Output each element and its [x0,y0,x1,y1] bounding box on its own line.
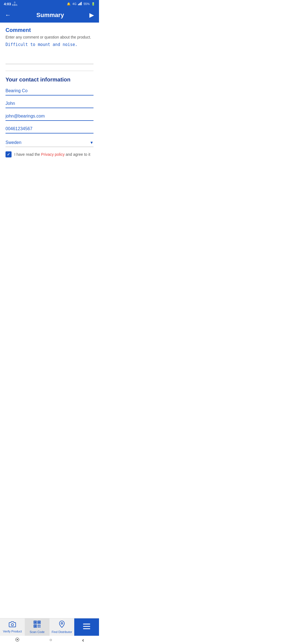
contact-title: Your contact information [6,77,94,83]
phone-input[interactable] [6,126,94,132]
status-time: 4:03 [4,2,11,6]
phone-field-group [6,126,94,133]
privacy-text-part2: and agree to it [65,152,90,157]
svg-rect-3 [81,2,82,5]
name-field-group [6,100,94,108]
svg-rect-2 [80,3,81,6]
company-input[interactable] [6,88,94,94]
checkmark-icon: ✓ [7,152,10,157]
battery-icon: 🔋 [91,2,95,6]
battery-status: 55% [84,2,90,6]
privacy-row: ✓ I have read the Privacy policy and agr… [6,151,94,157]
signal-icon [78,2,82,6]
comment-title: Comment [6,27,94,33]
comment-description: Enter any comment or question about the … [6,35,94,39]
country-dropdown[interactable]: Sweden ▼ [6,138,94,147]
main-content: Comment Enter any comment or question ab… [0,23,99,182]
svg-rect-1 [79,3,80,5]
status-bar: 4:03 0 KB/s 🔔 4G 55% 🔋 [0,0,99,8]
privacy-label: I have read the Privacy policy and agree… [14,152,90,157]
nav-bar: ← Summary ▶ [0,8,99,23]
contact-section: Your contact information Sweden ▼ ✓ I ha… [6,77,94,157]
alarm-icon: 🔔 [67,2,71,6]
name-input[interactable] [6,100,94,107]
comment-section: Comment Enter any comment or question ab… [6,27,94,65]
company-field-group [6,88,94,95]
kb-indicator: 0 KB/s [12,1,17,6]
comment-input[interactable] [6,42,94,64]
page-title: Summary [36,12,64,19]
privacy-checkbox[interactable]: ✓ [6,151,12,157]
privacy-text-part1: I have read the [14,152,41,157]
email-field-group [6,113,94,121]
back-button[interactable]: ← [5,12,11,19]
chevron-down-icon: ▼ [90,140,94,145]
country-value: Sweden [6,140,21,145]
send-button[interactable]: ▶ [89,12,94,19]
svg-rect-0 [78,4,79,5]
section-divider [6,71,94,71]
email-input[interactable] [6,113,94,119]
privacy-policy-link[interactable]: Privacy policy [41,152,65,157]
network-icon: 4G [72,2,76,6]
